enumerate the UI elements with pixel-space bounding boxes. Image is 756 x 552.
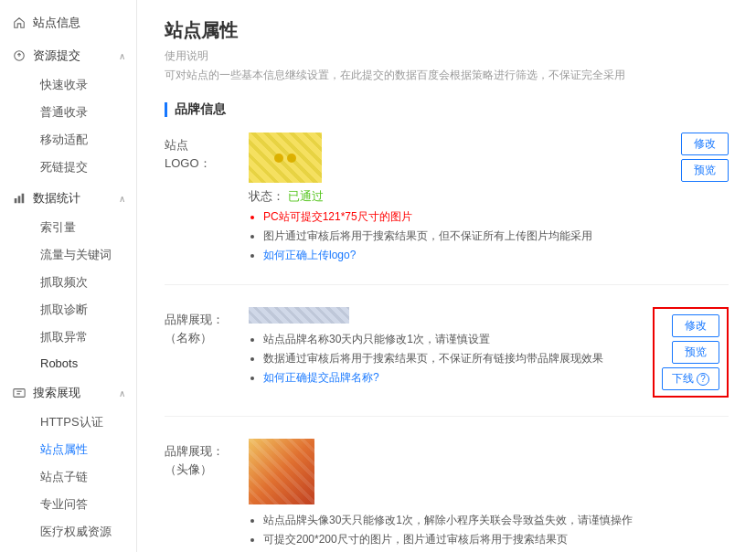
- logo-hint-2: 如何正确上传logo?: [263, 247, 670, 263]
- brand-name-preview-button[interactable]: 预览: [672, 341, 719, 364]
- sidebar-section-resource-submit: 资源提交 ∧ 快速收录 普通收录 移动适配 死链提交: [0, 40, 136, 181]
- offline-question-icon: ?: [697, 373, 709, 386]
- sidebar-children-search-display: HTTPS认证 站点属性 站点子链 专业问答 医疗权威资源: [0, 409, 136, 546]
- sidebar-item-crawl-diagnose[interactable]: 抓取诊断: [33, 296, 136, 324]
- logo-label: 站点 LOGO：: [165, 133, 238, 172]
- search-display-icon: [11, 385, 27, 401]
- logo-hint-0: PC站可提交121*75尺寸的图片: [263, 208, 670, 225]
- svg-rect-3: [22, 194, 25, 204]
- sidebar-item-crawl-freq[interactable]: 抓取频次: [33, 269, 136, 296]
- sidebar-item-normal-collect[interactable]: 普通收录: [33, 99, 136, 126]
- sidebar-item-search-display[interactable]: 搜索展现 ∧: [0, 377, 136, 409]
- brand-name-image: [249, 307, 349, 324]
- sidebar-item-https-auth[interactable]: HTTPS认证: [33, 409, 136, 436]
- logo-content: 状态： 已通过 PC站可提交121*75尺寸的图片 图片通过审核后将用于搜索结果…: [238, 133, 681, 266]
- section-brand-title: 品牌信息: [165, 101, 729, 118]
- svg-rect-4: [14, 389, 25, 398]
- sidebar-item-data-stats[interactable]: 数据统计 ∧: [0, 183, 136, 214]
- sidebar-item-expert-qa[interactable]: 专业问答: [33, 491, 136, 518]
- brand-avatar-hint-0: 站点品牌头像30天只能修改1次，解除小程序关联会导致益失效，请谨慎操作: [263, 512, 718, 528]
- sidebar-item-optimize[interactable]: 优化与维护 ∧: [0, 547, 136, 552]
- chevron-down-icon: ∧: [119, 51, 125, 61]
- svg-rect-1: [15, 198, 17, 203]
- brand-avatar-content: 站点品牌头像30天只能修改1次，解除小程序关联会导致益失效，请谨慎操作 可提交2…: [238, 439, 729, 552]
- sidebar-children-resource-submit: 快速收录 普通收录 移动适配 死链提交: [0, 71, 136, 181]
- chevron-down-icon-search: ∧: [119, 388, 125, 398]
- sidebar: 站点信息 资源提交 ∧ 快速收录 普通收录 移动适配 死链提交: [0, 0, 137, 552]
- sidebar-item-search-display-label: 搜索展现: [33, 385, 80, 401]
- page-title: 站点属性: [165, 18, 729, 43]
- brand-avatar-image: [249, 439, 314, 504]
- brand-name-hint-link[interactable]: 如何正确提交品牌名称?: [263, 371, 379, 384]
- logo-hint-1: 图片通过审核后将用于搜索结果页，但不保证所有上传图片均能采用: [263, 228, 670, 244]
- brand-avatar-hints: 站点品牌头像30天只能修改1次，解除小程序关联会导致益失效，请谨慎操作 可提交2…: [249, 512, 718, 552]
- home-icon: [11, 15, 27, 31]
- brand-name-offline-label: 下线: [672, 371, 694, 387]
- sidebar-item-index-count[interactable]: 索引量: [33, 214, 136, 241]
- stats-icon: [11, 190, 27, 207]
- sidebar-item-mobile-adapt[interactable]: 移动适配: [33, 126, 136, 154]
- usage-label: 使用说明: [165, 48, 729, 64]
- logo-preview-button[interactable]: 预览: [681, 159, 729, 182]
- logo-row: 站点 LOGO： 状态： 已通过 PC站可提交121*75尺寸的图片 图片通过审…: [165, 133, 729, 285]
- brand-avatar-row: 品牌展现： （头像） 站点品牌头像30天只能修改1次，解除小程序关联会导致益失效…: [165, 439, 729, 552]
- sidebar-section-data-stats: 数据统计 ∧ 索引量 流量与关键词 抓取频次 抓取诊断 抓取异常 Robots: [0, 183, 136, 376]
- logo-edit-button[interactable]: 修改: [681, 133, 729, 155]
- brand-name-row: 品牌展现： （名称） 站点品牌名称30天内只能修改1次，请谨慎设置 数据通过审核…: [165, 307, 729, 417]
- submit-icon: [11, 48, 27, 64]
- sidebar-item-robots[interactable]: Robots: [33, 351, 136, 376]
- logo-status: 状态： 已通过: [249, 188, 670, 205]
- logo-status-text: 已通过: [288, 189, 324, 203]
- brand-name-hint-1: 数据通过审核后将用于搜索结果页，不保证所有链接均带品牌展现效果: [263, 350, 642, 366]
- brand-name-hint-0: 站点品牌名称30天内只能修改1次，请谨慎设置: [263, 331, 642, 347]
- sidebar-item-traffic-keywords[interactable]: 流量与关键词: [33, 241, 136, 269]
- brand-avatar-hint-1: 可提交200*200尺寸的图片，图片通过审核后将用于搜索结果页: [263, 531, 718, 547]
- sidebar-item-crawl-abnormal[interactable]: 抓取异常: [33, 324, 136, 351]
- brand-name-offline-button[interactable]: 下线 ?: [662, 367, 719, 390]
- sidebar-item-site-attr[interactable]: 站点属性: [33, 436, 136, 463]
- sidebar-item-dead-link[interactable]: 死链提交: [33, 154, 136, 181]
- sidebar-item-site-chain[interactable]: 站点子链: [33, 463, 136, 491]
- main-content: 站点属性 使用说明 可对站点的一些基本信息继续设置，在此提交的数据百度会根据策略…: [137, 0, 756, 552]
- brand-avatar-label: 品牌展现： （头像）: [165, 439, 238, 478]
- usage-desc: 可对站点的一些基本信息继续设置，在此提交的数据百度会根据策略进行筛选，不保证完全…: [165, 68, 729, 83]
- sidebar-children-data-stats: 索引量 流量与关键词 抓取频次 抓取诊断 抓取异常 Robots: [0, 214, 136, 376]
- sidebar-section-search-display: 搜索展现 ∧ HTTPS认证 站点属性 站点子链 专业问答 医疗权威资源: [0, 377, 136, 546]
- logo-image: [249, 133, 322, 183]
- sidebar-section-optimize: 优化与维护 ∧ 闭站保护 网站改版: [0, 547, 136, 552]
- sidebar-item-resource-submit-label: 资源提交: [33, 48, 80, 64]
- sidebar-section-site-info: 站点信息: [0, 7, 136, 38]
- logo-hints: PC站可提交121*75尺寸的图片 图片通过审核后将用于搜索结果页，但不保证所有…: [249, 208, 670, 263]
- brand-name-content: 站点品牌名称30天内只能修改1次，请谨慎设置 数据通过审核后将用于搜索结果页，不…: [238, 307, 653, 388]
- brand-name-hints: 站点品牌名称30天内只能修改1次，请谨慎设置 数据通过审核后将用于搜索结果页，不…: [249, 331, 642, 386]
- chevron-down-icon-stats: ∧: [119, 194, 125, 204]
- sidebar-item-medical-auth[interactable]: 医疗权威资源: [33, 518, 136, 546]
- sidebar-item-site-info-label: 站点信息: [33, 15, 80, 31]
- brand-name-edit-button[interactable]: 修改: [672, 314, 719, 337]
- sidebar-item-site-info[interactable]: 站点信息: [0, 7, 136, 38]
- logo-actions: 修改 预览: [681, 133, 729, 182]
- sidebar-item-quick-collect[interactable]: 快速收录: [33, 71, 136, 99]
- sidebar-item-data-stats-label: 数据统计: [33, 190, 80, 207]
- logo-hint-link[interactable]: 如何正确上传logo?: [263, 249, 356, 261]
- brand-name-hint-2: 如何正确提交品牌名称?: [263, 369, 642, 386]
- svg-rect-2: [18, 196, 21, 203]
- brand-name-actions: 修改 预览 下线 ?: [653, 307, 729, 398]
- brand-name-label: 品牌展现： （名称）: [165, 307, 238, 346]
- sidebar-item-resource-submit[interactable]: 资源提交 ∧: [0, 40, 136, 71]
